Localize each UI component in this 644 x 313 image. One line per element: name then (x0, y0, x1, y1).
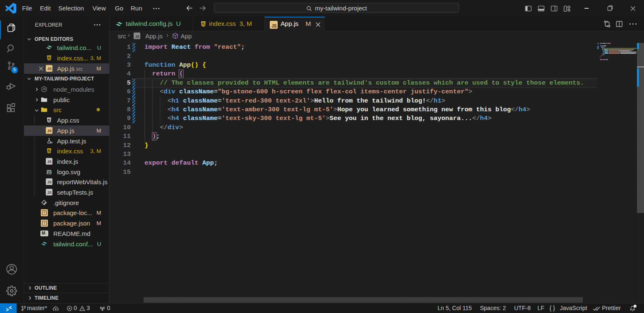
svg-text:JS: JS (42, 88, 46, 90)
svg-text:SVG: SVG (47, 171, 51, 174)
svg-text:JS: JS (50, 141, 52, 144)
